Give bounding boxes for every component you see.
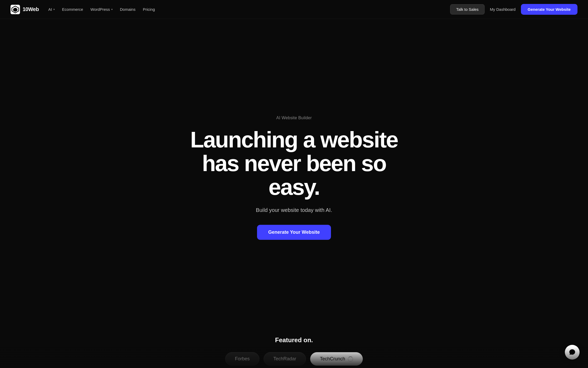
chat-button[interactable] bbox=[565, 345, 580, 360]
badge-techradar[interactable]: TechRadar bbox=[264, 352, 306, 366]
nav-link-domains[interactable]: Domains bbox=[120, 7, 135, 12]
generate-website-nav-button[interactable]: Generate Your Website bbox=[521, 4, 577, 15]
generate-website-hero-button[interactable]: Generate Your Website bbox=[257, 225, 331, 240]
hero-subtext: Build your website today with AI. bbox=[256, 207, 332, 213]
nav-links: AI ▾ Ecommerce WordPress ▾ Domains Prici… bbox=[48, 7, 155, 12]
nav-link-ai[interactable]: AI ▾ bbox=[48, 7, 55, 12]
nav-link-pricing[interactable]: Pricing bbox=[143, 7, 155, 12]
hero-eyebrow: AI Website Builder bbox=[276, 116, 312, 120]
hero-section: AI Website Builder Launching a website h… bbox=[0, 19, 588, 326]
nav-right: Talk to Sales My Dashboard Generate Your… bbox=[450, 4, 577, 15]
chat-icon bbox=[569, 349, 576, 356]
talk-to-sales-button[interactable]: Talk to Sales bbox=[450, 4, 485, 14]
featured-badges: Forbes TechRadar TechCrunch bbox=[225, 352, 363, 366]
logo-icon bbox=[11, 5, 20, 14]
hero-headline: Launching a website has never been so ea… bbox=[176, 128, 413, 199]
navbar: 10Web AI ▾ Ecommerce WordPress ▾ Domains… bbox=[0, 0, 588, 19]
nav-link-ecommerce[interactable]: Ecommerce bbox=[62, 7, 83, 12]
loading-spinner-icon bbox=[348, 356, 353, 362]
featured-title: Featured on. bbox=[275, 336, 313, 344]
nav-link-wordpress[interactable]: WordPress ▾ bbox=[91, 7, 113, 12]
badge-techcrunch[interactable]: TechCrunch bbox=[310, 352, 363, 366]
chevron-down-icon-wp: ▾ bbox=[111, 8, 113, 11]
my-dashboard-button[interactable]: My Dashboard bbox=[490, 7, 516, 12]
logo[interactable]: 10Web bbox=[11, 5, 39, 14]
chevron-down-icon: ▾ bbox=[53, 8, 55, 11]
logo-text: 10Web bbox=[23, 6, 39, 12]
nav-left: 10Web AI ▾ Ecommerce WordPress ▾ Domains… bbox=[11, 5, 155, 14]
badge-forbes[interactable]: Forbes bbox=[225, 352, 259, 366]
featured-section: Featured on. Forbes TechRadar TechCrunch bbox=[0, 326, 588, 368]
